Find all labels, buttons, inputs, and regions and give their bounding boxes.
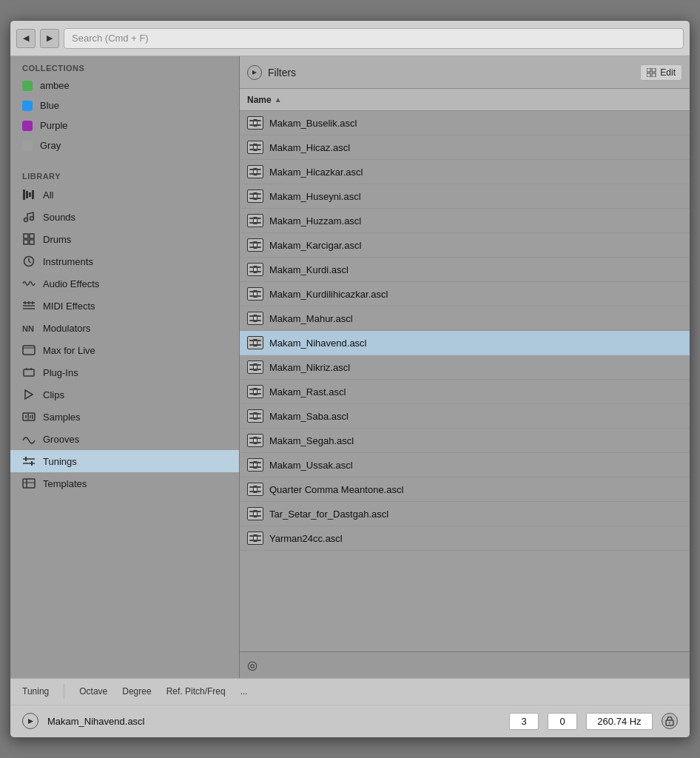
sidebar-item-sounds[interactable]: Sounds xyxy=(10,206,239,228)
file-icon xyxy=(247,263,263,276)
ambee-color-dot xyxy=(22,81,33,91)
file-icon xyxy=(247,312,263,325)
wave2-icon xyxy=(22,432,36,446)
svg-point-5 xyxy=(30,217,34,221)
file-icon xyxy=(247,190,263,203)
table-row[interactable]: Makam_Ussak.ascl xyxy=(240,453,690,477)
library-label: Library xyxy=(10,164,239,184)
sidebar-item-ambee[interactable]: ambee xyxy=(10,76,239,95)
sidebar-item-label: Modulators xyxy=(43,323,90,334)
grid-icon xyxy=(22,232,36,246)
svg-rect-6 xyxy=(24,234,28,238)
ref-pitch-column-label: Ref. Pitch/Freq xyxy=(166,686,226,697)
table-row[interactable]: Makam_Hicazkar.ascl xyxy=(240,160,690,184)
sidebar-item-blue[interactable]: Blue xyxy=(10,95,239,115)
sidebar-item-grooves[interactable]: Grooves xyxy=(10,428,239,450)
table-row[interactable]: Makam_Saba.ascl xyxy=(240,404,690,429)
table-row[interactable]: Yarman24cc.ascl xyxy=(240,526,690,551)
table-row[interactable]: Makam_Kurdi.ascl xyxy=(240,258,690,282)
table-row[interactable]: Makam_Buselik.ascl xyxy=(240,111,690,135)
sidebar-item-modulators[interactable]: NN Modulators xyxy=(10,317,239,339)
table-row[interactable]: Makam_Rast.ascl xyxy=(240,380,690,404)
sidebar-item-clips[interactable]: Clips xyxy=(10,383,239,406)
sidebar-item-purple[interactable]: Purple xyxy=(10,115,239,135)
edit-button[interactable]: Edit xyxy=(640,64,682,81)
svg-rect-39 xyxy=(647,68,650,72)
sidebar-item-instruments[interactable]: Instruments xyxy=(10,250,239,272)
table-row[interactable]: Makam_Nikriz.ascl xyxy=(240,355,690,380)
sidebar-item-audio-effects[interactable]: Audio Effects xyxy=(10,272,239,295)
edit-label: Edit xyxy=(660,67,676,78)
svg-rect-41 xyxy=(647,73,650,77)
table-row[interactable]: Makam_Huzzam.ascl xyxy=(240,209,690,233)
sidebar-item-label: Sounds xyxy=(43,212,75,223)
file-name: Makam_Hicazkar.ascl xyxy=(269,167,363,178)
name-column-header: Name ▲ xyxy=(247,95,282,105)
sidebar-item-label: Instruments xyxy=(43,256,93,267)
back-button[interactable]: ◀ xyxy=(16,29,36,48)
lock-icon[interactable] xyxy=(662,713,678,729)
svg-text:NN: NN xyxy=(22,324,34,333)
svg-marker-25 xyxy=(25,390,33,399)
sidebar-item-plug-ins[interactable]: Plug-Ins xyxy=(10,361,239,383)
status-filename: Makam_Nihavend.ascl xyxy=(47,716,500,727)
file-icon xyxy=(247,507,263,520)
table-row-selected[interactable]: Makam_Nihavend.ascl xyxy=(240,331,690,355)
more-column-label: ... xyxy=(240,686,248,697)
table-row[interactable]: Makam_Hicaz.ascl xyxy=(240,135,690,160)
svg-rect-9 xyxy=(30,240,34,244)
table-row[interactable]: Makam_Segah.ascl xyxy=(240,429,690,453)
status-bottom-row: Makam_Nihavend.ascl 3 0 260.74 Hz xyxy=(10,705,690,737)
separator xyxy=(64,684,64,699)
status-play-button[interactable] xyxy=(22,713,38,729)
sidebar-item-gray[interactable]: Gray xyxy=(10,135,239,155)
svg-rect-0 xyxy=(23,190,25,200)
ref-pitch-value[interactable]: 260.74 Hz xyxy=(586,713,653,730)
tuning-column-label: Tuning xyxy=(22,686,49,697)
bottom-info-bar: ◎ xyxy=(240,651,690,678)
forward-button[interactable]: ▶ xyxy=(40,29,59,48)
svg-rect-35 xyxy=(23,479,35,488)
file-name: Yarman24cc.ascl xyxy=(269,533,343,544)
sample-icon xyxy=(22,410,36,423)
svg-rect-1 xyxy=(26,191,28,198)
file-icon xyxy=(247,165,263,178)
file-icon xyxy=(247,360,263,374)
tunings-icon xyxy=(22,455,36,468)
sidebar-item-label: Grooves xyxy=(43,434,79,445)
sidebar-item-label: Max for Live xyxy=(43,345,95,356)
filters-play-button[interactable] xyxy=(247,65,262,80)
music-icon xyxy=(22,210,36,224)
svg-rect-3 xyxy=(32,190,34,199)
file-name: Makam_Huzzam.ascl xyxy=(269,215,361,227)
sidebar-item-samples[interactable]: Samples xyxy=(10,406,239,428)
sidebar-item-all[interactable]: All xyxy=(10,184,239,206)
svg-rect-42 xyxy=(652,73,656,77)
svg-line-12 xyxy=(29,261,31,263)
table-row[interactable]: Makam_Karcigar.ascl xyxy=(240,233,690,258)
octave-value[interactable]: 3 xyxy=(509,713,539,730)
sidebar-item-max-for-live[interactable]: Max for Live xyxy=(10,339,239,361)
main-content: Collections ambee Blue Purple Gray Libra… xyxy=(10,56,690,678)
file-icon xyxy=(247,434,263,447)
sidebar-item-midi-effects[interactable]: MIDI Effects xyxy=(10,295,239,317)
search-placeholder: Search (Cmd + F) xyxy=(72,33,149,44)
sidebar-item-label: Plug-Ins xyxy=(43,367,78,378)
table-row[interactable]: Makam_Huseyni.ascl xyxy=(240,184,690,209)
sidebar-item-templates[interactable]: Templates xyxy=(10,472,239,494)
sidebar-item-tunings[interactable]: Tunings xyxy=(10,450,239,472)
file-name: Quarter Comma Meantone.ascl xyxy=(269,484,403,495)
file-icon xyxy=(247,409,263,423)
sidebar-item-label: ambee xyxy=(40,80,70,91)
sidebar-item-drums[interactable]: Drums xyxy=(10,228,239,250)
table-row[interactable]: Quarter Comma Meantone.ascl xyxy=(240,477,690,502)
degree-value[interactable]: 0 xyxy=(548,713,577,730)
table-row[interactable]: Makam_Kurdilihicazkar.ascl xyxy=(240,282,690,306)
search-input[interactable]: Search (Cmd + F) xyxy=(64,28,684,49)
table-row[interactable]: Tar_Setar_for_Dastgah.ascl xyxy=(240,502,690,526)
file-name: Makam_Karcigar.ascl xyxy=(269,240,361,251)
file-name: Makam_Rast.ascl xyxy=(269,386,346,398)
play-icon xyxy=(22,388,36,401)
status-fields: 3 0 260.74 Hz xyxy=(509,713,678,730)
table-row[interactable]: Makam_Mahur.ascl xyxy=(240,306,690,331)
